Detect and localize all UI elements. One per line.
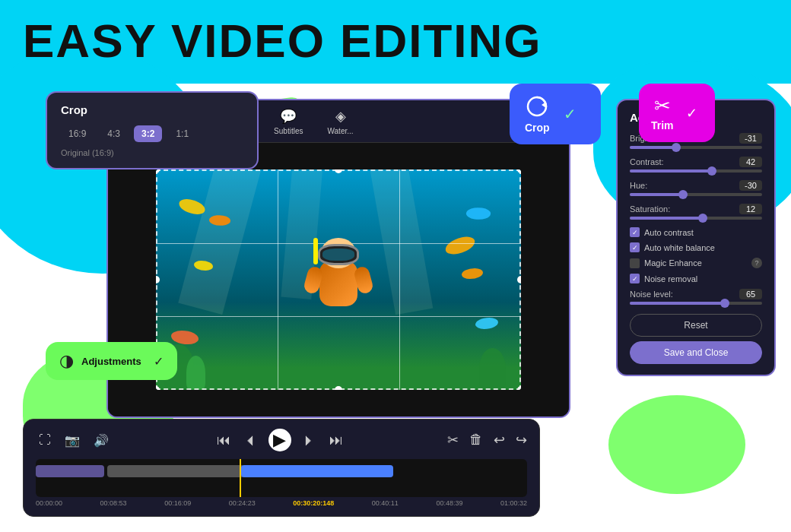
ts-1: 00:08:53 bbox=[100, 499, 127, 507]
screenshot-btn[interactable]: 📷 bbox=[62, 432, 83, 449]
ratio-4-3[interactable]: 4:3 bbox=[100, 125, 128, 142]
track-segment-3 bbox=[241, 465, 393, 477]
ts-6: 00:48:39 bbox=[436, 499, 462, 507]
page-title: EASY VIDEO EDITING bbox=[23, 14, 542, 68]
diver bbox=[304, 238, 373, 321]
crop-float-label: Crop bbox=[525, 122, 550, 134]
video-frame bbox=[156, 169, 521, 390]
noise-level-row: Noise level: 65 bbox=[630, 289, 762, 305]
track-segment-1 bbox=[36, 465, 104, 477]
watermark-label: Water... bbox=[327, 127, 353, 135]
saturation-value: 12 bbox=[739, 204, 762, 214]
hue-label: Hue: -30 bbox=[630, 180, 762, 191]
contrast-label: Contrast: 42 bbox=[630, 157, 762, 167]
hue-slider[interactable] bbox=[630, 193, 762, 196]
next-frame-slow-btn[interactable]: ⏵ bbox=[299, 431, 319, 450]
ratio-3-2[interactable]: 3:2 bbox=[134, 125, 162, 142]
brightness-thumb[interactable] bbox=[672, 143, 681, 152]
crop-float-check: ✓ bbox=[564, 105, 577, 123]
noise-level-value: 65 bbox=[739, 289, 762, 299]
crop-ratios: 16:9 4:3 3:2 1:1 bbox=[61, 125, 243, 142]
auto-wb-checkbox[interactable]: ✓ bbox=[630, 242, 640, 252]
prev-frame-btn[interactable]: ⏴ bbox=[241, 431, 261, 450]
noise-fill bbox=[630, 302, 725, 305]
trim-float-check: ✓ bbox=[686, 105, 697, 122]
magic-enhance-help[interactable]: ? bbox=[751, 258, 762, 268]
saturation-row: Saturation: 12 bbox=[630, 204, 762, 220]
saturation-label: Saturation: 12 bbox=[630, 204, 762, 214]
bg-green-blob-bottom-right bbox=[608, 395, 745, 494]
adjustments-float-icon: ◑ bbox=[59, 351, 74, 371]
video-canvas bbox=[108, 143, 569, 416]
ts-2: 00:16:09 bbox=[164, 499, 191, 507]
brightness-fill bbox=[630, 146, 676, 149]
auto-contrast-row: ✓ Auto contrast bbox=[630, 227, 762, 237]
play-btn[interactable]: ▶ bbox=[268, 429, 291, 451]
ts-0: 00:00:00 bbox=[36, 499, 62, 507]
volume-btn[interactable]: 🔊 bbox=[91, 432, 112, 449]
timeline-ruler: 00:00:00 00:08:53 00:16:09 00:24:23 00:3… bbox=[36, 499, 527, 507]
contrast-thumb[interactable] bbox=[707, 166, 716, 176]
redo-btn[interactable]: ↪ bbox=[516, 432, 527, 448]
grid-v1 bbox=[278, 169, 278, 390]
crop-handle-mr[interactable] bbox=[517, 276, 521, 283]
auto-contrast-checkbox[interactable]: ✓ bbox=[630, 227, 640, 237]
trim-float-button[interactable]: ✂ Trim ✓ bbox=[639, 84, 715, 142]
crop-float-content: Crop bbox=[525, 94, 550, 134]
skip-end-btn[interactable]: ⏭ bbox=[326, 431, 346, 450]
ts-5: 00:40:11 bbox=[372, 499, 399, 507]
contrast-fill bbox=[630, 169, 712, 173]
noise-level-slider[interactable] bbox=[630, 302, 762, 305]
edit-icons: ✂ 🗑 ↩ ↪ bbox=[447, 432, 527, 448]
crop-original-label: Original (16:9) bbox=[61, 148, 243, 157]
hue-value: -30 bbox=[739, 180, 762, 191]
track-segment-2 bbox=[107, 465, 244, 477]
noise-removal-row: ✓ Noise removal bbox=[630, 274, 762, 283]
ts-7: 01:00:32 bbox=[500, 499, 527, 507]
ratio-16-9[interactable]: 16:9 bbox=[61, 125, 94, 142]
toolbar-watermark[interactable]: ◈ Water... bbox=[316, 103, 364, 140]
hue-fill bbox=[630, 193, 683, 196]
watermark-icon: ◈ bbox=[335, 108, 346, 125]
saturation-thumb[interactable] bbox=[698, 214, 707, 223]
controls-row: ⛶ 📷 🔊 ⏮ ⏴ ▶ ⏵ ⏭ ✂ 🗑 ↩ ↪ bbox=[36, 429, 527, 451]
toolbar-subtitles[interactable]: 💬 Subtitles bbox=[263, 103, 313, 140]
noise-thumb[interactable] bbox=[720, 299, 729, 308]
subtitles-icon: 💬 bbox=[280, 108, 297, 125]
svg-marker-1 bbox=[542, 102, 546, 108]
magic-enhance-label: Magic Enhance bbox=[644, 258, 702, 268]
fullscreen-btn[interactable]: ⛶ bbox=[36, 432, 54, 448]
playhead[interactable]: ▼ bbox=[240, 459, 241, 497]
timeline-tracks: ▼ bbox=[36, 459, 527, 497]
adjustments-float-button[interactable]: ◑ Adjustments ✓ bbox=[46, 342, 177, 380]
auto-contrast-label: Auto contrast bbox=[644, 228, 694, 237]
skip-start-btn[interactable]: ⏮ bbox=[214, 431, 233, 450]
contrast-value: 42 bbox=[739, 157, 762, 167]
noise-removal-checkbox[interactable]: ✓ bbox=[630, 274, 640, 283]
contrast-slider[interactable] bbox=[630, 169, 762, 173]
undo-btn[interactable]: ↩ bbox=[494, 432, 505, 448]
crop-float-button[interactable]: Crop ✓ bbox=[510, 84, 601, 144]
crop-handle-br[interactable] bbox=[517, 386, 521, 390]
scissors-edit-btn[interactable]: ✂ bbox=[447, 432, 459, 448]
hue-thumb[interactable] bbox=[678, 190, 688, 199]
save-close-button[interactable]: Save and Close bbox=[630, 341, 762, 364]
ratio-1-1[interactable]: 1:1 bbox=[168, 125, 196, 142]
crop-rotate-icon bbox=[525, 94, 549, 119]
auto-white-balance-row: ✓ Auto white balance bbox=[630, 242, 762, 252]
adjustments-float-label: Adjustments bbox=[81, 356, 141, 367]
saturation-fill bbox=[630, 217, 703, 220]
reset-button[interactable]: Reset bbox=[630, 314, 762, 337]
saturation-slider[interactable] bbox=[630, 217, 762, 220]
magic-enhance-checkbox[interactable] bbox=[630, 258, 640, 268]
adj-buttons: Reset Save and Close bbox=[630, 314, 762, 364]
subtitles-label: Subtitles bbox=[274, 127, 303, 135]
crop-handle-bm[interactable] bbox=[335, 386, 342, 390]
noise-level-label: Noise level: 65 bbox=[630, 289, 762, 299]
trim-float-label: Trim bbox=[651, 119, 674, 131]
grid-v2 bbox=[399, 169, 400, 390]
trash-btn[interactable]: 🗑 bbox=[469, 432, 483, 448]
brightness-slider[interactable] bbox=[630, 146, 762, 149]
contrast-row: Contrast: 42 bbox=[630, 157, 762, 173]
ts-3: 00:24:23 bbox=[229, 499, 256, 507]
